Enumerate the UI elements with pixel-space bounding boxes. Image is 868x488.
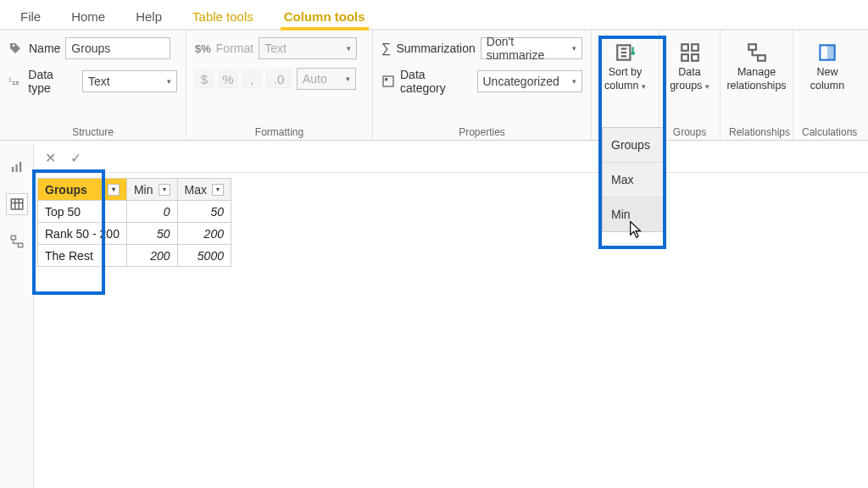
cancel-formula-button[interactable]: ✕ (41, 149, 59, 168)
svg-rect-16 (18, 243, 22, 247)
sigma-icon: ∑ (381, 41, 391, 56)
cell-min: 0 (126, 201, 177, 223)
column-filter-icon[interactable]: ▾ (108, 184, 120, 196)
svg-rect-1 (385, 78, 387, 80)
sort-menu-item-min[interactable]: Min (603, 197, 665, 231)
cell-group: Top 50 (38, 201, 127, 223)
svg-rect-13 (19, 162, 21, 172)
svg-rect-3 (682, 44, 688, 51)
svg-rect-5 (682, 54, 688, 61)
sort-menu-item-max[interactable]: Max (603, 162, 665, 197)
ribbon-tab-strip: File Home Help Table tools Column tools (0, 0, 868, 30)
datatype-label: Data type (28, 68, 77, 95)
group-label-formatting: Formatting (195, 123, 364, 138)
currency-button[interactable]: $ (195, 69, 214, 88)
column-header-min[interactable]: Min ▾ (126, 179, 177, 201)
column-header-max[interactable]: Max ▾ (177, 179, 231, 201)
manage-relationships-button[interactable]: Manage relationships (725, 37, 787, 94)
datacategory-label: Data category (400, 68, 472, 95)
view-rail (0, 144, 34, 488)
data-grid: Groups ▾ Min ▾ Max ▾ (37, 178, 231, 267)
ribbon-group-properties: ∑ Summarization Don't summarize▾ Data ca… (373, 30, 592, 140)
svg-rect-8 (758, 55, 765, 61)
tag-icon (8, 42, 24, 55)
ribbon-group-formatting: $% Format Text▾ $ % , .0 Auto▾ Formatti (186, 30, 373, 140)
new-column-icon (814, 39, 841, 66)
svg-rect-11 (12, 167, 14, 172)
svg-rect-15 (11, 236, 15, 240)
svg-rect-4 (692, 44, 698, 51)
tab-help[interactable]: Help (120, 3, 177, 29)
svg-rect-6 (692, 54, 698, 61)
sort-by-column-menu: Groups Max Min (602, 127, 666, 232)
name-input[interactable]: Groups (65, 37, 170, 59)
datatype-select[interactable]: Text▾ (82, 70, 177, 92)
table-row[interactable]: Rank 50 - 200 50 200 (38, 223, 231, 245)
relationships-icon (743, 39, 771, 66)
name-label: Name (29, 42, 60, 55)
table-row[interactable]: Top 50 0 50 (38, 201, 231, 223)
cell-max: 5000 (177, 245, 231, 267)
ribbon-group-relationships: Manage relationships Relationships (721, 30, 793, 140)
cell-group: The Rest (38, 245, 127, 267)
commit-formula-button[interactable]: ✓ (66, 149, 85, 168)
cell-min: 200 (126, 245, 177, 267)
cell-max: 50 (177, 201, 231, 223)
svg-rect-12 (15, 164, 17, 172)
svg-rect-7 (748, 44, 756, 50)
data-groups-button[interactable]: Data groups ▾ (668, 37, 711, 94)
new-column-button[interactable]: New column (802, 37, 853, 94)
table-row[interactable]: The Rest 200 5000 (38, 245, 231, 267)
svg-rect-14 (11, 199, 23, 209)
tab-home[interactable]: Home (56, 3, 120, 29)
ribbon-group-groups: Data groups ▾ Groups (659, 30, 721, 140)
datatype-icon: ¹₂₃ (8, 76, 23, 87)
group-label-structure: Structure (8, 123, 177, 138)
summarization-label: Summarization (396, 42, 475, 55)
format-icon: $% (195, 42, 211, 55)
column-filter-icon[interactable]: ▾ (159, 184, 170, 196)
column-filter-icon[interactable]: ▾ (212, 184, 224, 196)
model-view-button[interactable] (6, 230, 28, 252)
ribbon-group-calculations: New column Calculations (793, 30, 861, 140)
cell-min: 50 (126, 223, 177, 245)
svg-rect-0 (383, 76, 393, 86)
cell-max: 200 (177, 223, 231, 245)
tab-table-tools[interactable]: Table tools (177, 3, 269, 29)
group-label-calculations: Calculations (802, 123, 853, 138)
tab-file[interactable]: File (5, 3, 56, 29)
decimal-button[interactable]: .0 (266, 69, 292, 88)
group-label-groups: Groups (668, 123, 711, 138)
percent-button[interactable]: % (219, 69, 237, 88)
ribbon-group-sort: Sort by column ▾ Sort (592, 30, 659, 140)
thousands-button[interactable]: , (242, 69, 261, 88)
ribbon-group-structure: Name Groups ¹₂₃ Data type Text▾ Structur… (0, 30, 186, 140)
format-label: Format (216, 42, 253, 55)
report-view-button[interactable] (6, 156, 28, 178)
cell-group: Rank 50 - 200 (38, 223, 127, 245)
group-label-relationships: Relationships (729, 123, 784, 138)
data-view-button[interactable] (6, 193, 28, 215)
ribbon: Name Groups ¹₂₃ Data type Text▾ Structur… (0, 30, 868, 141)
category-icon (381, 75, 395, 88)
sort-by-column-button[interactable]: Sort by column ▾ (600, 37, 650, 94)
tab-column-tools[interactable]: Column tools (269, 3, 381, 29)
sort-icon (612, 39, 639, 66)
data-groups-icon (676, 39, 704, 66)
summarization-select[interactable]: Don't summarize▾ (481, 37, 582, 59)
format-select[interactable]: Text▾ (259, 37, 357, 59)
group-label-properties: Properties (381, 123, 582, 138)
formula-bar: ✕ ✓ (34, 144, 868, 173)
svg-rect-10 (827, 45, 835, 59)
auto-decimals-select[interactable]: Auto▾ (297, 68, 356, 90)
column-header-groups[interactable]: Groups ▾ (38, 179, 127, 201)
datacategory-select[interactable]: Uncategorized▾ (477, 70, 583, 92)
sort-menu-item-groups[interactable]: Groups (603, 128, 665, 162)
